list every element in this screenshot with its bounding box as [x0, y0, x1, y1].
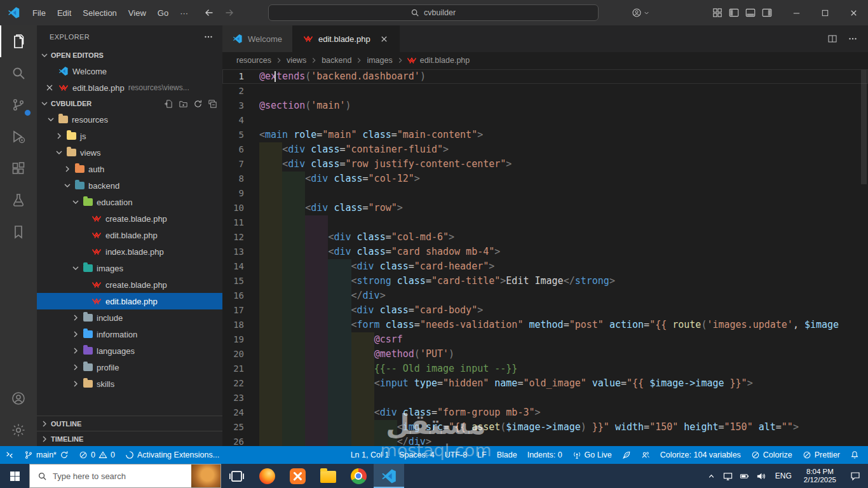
status-activating-extensions[interactable]: Activating Extensions... [120, 446, 224, 464]
activity-files-button[interactable] [0, 25, 37, 57]
code-line-20[interactable]: 20 @method('PUT') [222, 347, 868, 362]
folder-resources[interactable]: resources [37, 111, 222, 128]
status-accounts[interactable] [636, 446, 655, 464]
code-line-17[interactable]: 17 <div class="card-body"> [222, 303, 868, 318]
activity-beaker-button[interactable] [0, 184, 37, 216]
status-indents[interactable]: Indents: 0 [522, 446, 567, 464]
status-prettier[interactable]: Prettier [797, 446, 845, 464]
code-line-18[interactable]: 18 <form class="needs-validation" method… [222, 318, 868, 332]
hidden-icons-button[interactable] [703, 464, 720, 488]
activity-ext-button[interactable] [0, 152, 37, 184]
code-line-23[interactable]: 23 [222, 391, 868, 405]
taskbar-explorer-button[interactable] [313, 464, 343, 488]
menu-item[interactable]: ··· [174, 5, 194, 21]
menu-selection[interactable]: Selection [77, 5, 122, 21]
code-line-6[interactable]: 6 <div class="container-fluid"> [222, 142, 868, 157]
display-tray-icon[interactable] [720, 464, 736, 488]
status-problems[interactable]: 00 [74, 446, 120, 464]
open-editor-edit-blade-php[interactable]: edit.blade.phpresources\views... [37, 79, 222, 96]
code-line-1[interactable]: 1@extends('backend.dashboard') [222, 69, 868, 84]
code-line-3[interactable]: 3@section('main') [222, 98, 868, 113]
status-git-branch[interactable]: main* [19, 446, 74, 464]
folder-auth[interactable]: auth [37, 161, 222, 177]
code-line-19[interactable]: 19 @csrf [222, 332, 868, 347]
code-line-13[interactable]: 13 <div class="card shadow mb-4"> [222, 245, 868, 259]
menu-edit[interactable]: Edit [51, 5, 77, 21]
menu-file[interactable]: File [27, 5, 51, 21]
activity-scm-button[interactable] [0, 89, 37, 121]
activity-gear-button[interactable] [0, 414, 37, 446]
toggle-secondary-sidebar-icon[interactable] [761, 6, 773, 19]
code-line-4[interactable]: 4 [222, 113, 868, 128]
maximize-button[interactable] [811, 0, 839, 25]
open-editor-welcome[interactable]: Welcome [37, 63, 222, 79]
code-line-2[interactable]: 2 [222, 84, 868, 98]
code-line-24[interactable]: 24 <div class="form-group mb-3"> [222, 405, 868, 420]
new-folder-icon[interactable] [179, 99, 188, 109]
close-icon[interactable] [44, 83, 55, 93]
activity-searchbig-button[interactable] [0, 57, 37, 89]
new-file-icon[interactable] [164, 99, 173, 109]
code-line-15[interactable]: 15 <strong class="card-title">Edit Image… [222, 274, 868, 288]
more-actions-icon[interactable] [203, 32, 214, 42]
taskbar-taskview-button[interactable] [221, 464, 252, 488]
tab-welcome[interactable]: Welcome [222, 25, 293, 52]
status-notifications[interactable] [845, 446, 864, 464]
folder-js[interactable]: js [37, 128, 222, 144]
activity-bookmark-button[interactable] [0, 216, 37, 248]
folder-languages[interactable]: languages [37, 342, 222, 359]
activity-account-button[interactable] [0, 383, 37, 414]
file-create-blade-php[interactable]: create.blade.php [37, 276, 222, 293]
toggle-panel-icon[interactable] [744, 6, 757, 19]
news-thumbnail[interactable] [191, 464, 220, 487]
status-feather[interactable] [617, 446, 636, 464]
back-icon[interactable] [204, 8, 214, 18]
file-create-blade-php[interactable]: create.blade.php [37, 210, 222, 227]
more-actions-icon[interactable] [848, 34, 858, 44]
code-line-12[interactable]: 12 <div class="col-md-6"> [222, 230, 868, 245]
breadcrumb-resources[interactable]: resources [235, 56, 273, 65]
code-line-7[interactable]: 7 <div class="row justify-content-center… [222, 157, 868, 172]
status-go-live[interactable]: Go Live [567, 446, 617, 464]
status-eol[interactable]: LF [472, 446, 492, 464]
folder-include[interactable]: include [37, 309, 222, 326]
profile-button[interactable] [632, 8, 650, 18]
tab-edit-blade-php[interactable]: edit.blade.php [293, 25, 400, 52]
outline-header[interactable]: OUTLINE [37, 416, 222, 431]
status-language-mode[interactable]: Blade [492, 446, 522, 464]
status-encoding[interactable]: UTF-8 [440, 446, 472, 464]
code-line-21[interactable]: 21 {{-- Old image input --}} [222, 362, 868, 376]
timeline-header[interactable]: TIMELINE [37, 431, 222, 446]
code-line-22[interactable]: 22 <input type="hidden" name="old_image"… [222, 376, 868, 391]
toggle-sidebar-icon[interactable] [728, 6, 740, 19]
close-icon[interactable] [379, 34, 389, 44]
customize-layout-icon[interactable] [711, 6, 724, 19]
open-editors-header[interactable]: OPEN EDITORS [37, 48, 222, 63]
breadcrumb-images[interactable]: images [365, 56, 393, 65]
code-line-16[interactable]: 16 </div> [222, 288, 868, 303]
status-colorize[interactable]: Colorize [746, 446, 797, 464]
input-language[interactable]: ENG [770, 471, 797, 480]
code-editor[interactable]: 1@extends('backend.dashboard')23@section… [222, 69, 868, 446]
code-line-14[interactable]: 14 <div class="card-header"> [222, 259, 868, 274]
refresh-icon[interactable] [193, 99, 203, 109]
folder-skills[interactable]: skills [37, 376, 222, 392]
menu-go[interactable]: Go [152, 5, 174, 21]
breadcrumb-views[interactable]: views [285, 56, 308, 65]
command-center-search[interactable]: cvbuilder [268, 4, 599, 21]
file-index-blade-php[interactable]: index.blade.php [37, 243, 222, 260]
collapse-all-icon[interactable] [208, 99, 217, 109]
taskbar-search[interactable]: Type here to search [29, 464, 221, 488]
activity-debug-button[interactable] [0, 121, 37, 152]
status-cursor-position[interactable]: Ln 1, Col 1 [346, 446, 394, 464]
code-line-25[interactable]: 25 <img src="{{ asset($image->image) }}"… [222, 420, 868, 435]
project-header[interactable]: CVBUILDER [37, 96, 222, 111]
status-colorize-count[interactable]: Colorize: 104 variables [655, 446, 746, 464]
code-line-8[interactable]: 8 <div class="col-12"> [222, 172, 868, 186]
close-button[interactable] [839, 0, 868, 25]
minimize-button[interactable] [782, 0, 811, 25]
file-edit-blade-php[interactable]: edit.blade.php [37, 293, 222, 309]
breadcrumb-file[interactable]: edit.blade.php [419, 56, 471, 65]
taskbar-chrome-button[interactable] [343, 464, 374, 488]
code-line-9[interactable]: 9 [222, 186, 868, 201]
